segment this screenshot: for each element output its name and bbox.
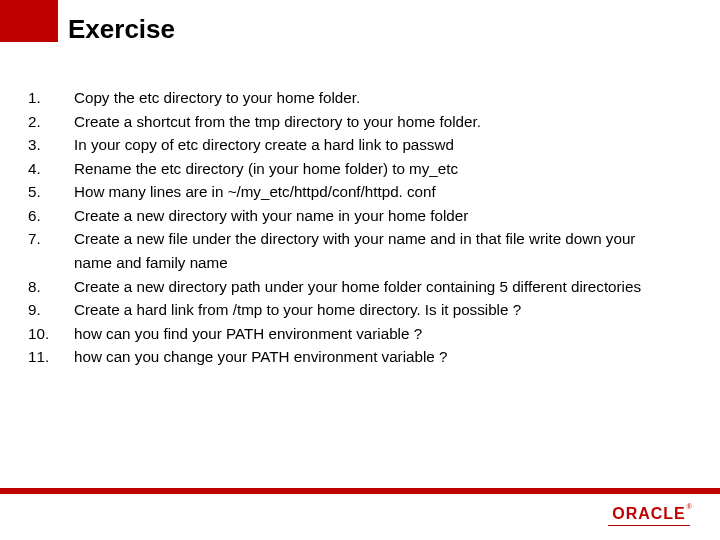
item-number: 4. [28,157,74,181]
list-item: 8.Create a new directory path under your… [28,275,660,299]
list-item: 3.In your copy of etc directory create a… [28,133,660,157]
item-text: Create a new directory with your name in… [74,204,660,228]
item-text: How many lines are in ~/my_etc/httpd/con… [74,180,660,204]
item-text: Copy the etc directory to your home fold… [74,86,660,110]
oracle-logo: ORACLE ® [608,505,690,527]
item-number: 1. [28,86,74,110]
slide: Exercise 1.Copy the etc directory to you… [0,0,720,540]
item-text: Create a new directory path under your h… [74,275,660,299]
list-item: 1.Copy the etc directory to your home fo… [28,86,660,110]
item-number: 8. [28,275,74,299]
list-item: 2.Create a shortcut from the tmp directo… [28,110,660,134]
item-number: 6. [28,204,74,228]
list-item: 6.Create a new directory with your name … [28,204,660,228]
list-item: 11.how can you change your PATH environm… [28,345,660,369]
item-number: 7. [28,227,74,274]
item-text: Create a shortcut from the tmp directory… [74,110,660,134]
list-item: 4.Rename the etc directory (in your home… [28,157,660,181]
logo-text: ORACLE [612,505,686,522]
item-text: how can you find your PATH environment v… [74,322,660,346]
logo-underline [608,525,690,527]
item-number: 9. [28,298,74,322]
item-text: Rename the etc directory (in your home f… [74,157,660,181]
item-number: 10. [28,322,74,346]
item-number: 5. [28,180,74,204]
registered-icon: ® [687,503,692,510]
item-text: how can you change your PATH environment… [74,345,660,369]
list-item: 10.how can you find your PATH environmen… [28,322,660,346]
accent-block [0,0,58,42]
item-number: 2. [28,110,74,134]
exercise-list: 1.Copy the etc directory to your home fo… [28,86,660,369]
item-number: 3. [28,133,74,157]
footer-divider [0,488,720,494]
item-number: 11. [28,345,74,369]
item-text: In your copy of etc directory create a h… [74,133,660,157]
slide-title: Exercise [68,14,175,45]
list-item: 9.Create a hard link from /tmp to your h… [28,298,660,322]
list-item: 7.Create a new file under the directory … [28,227,660,274]
item-text: Create a new file under the directory wi… [74,227,660,274]
item-text: Create a hard link from /tmp to your hom… [74,298,660,322]
list-item: 5.How many lines are in ~/my_etc/httpd/c… [28,180,660,204]
